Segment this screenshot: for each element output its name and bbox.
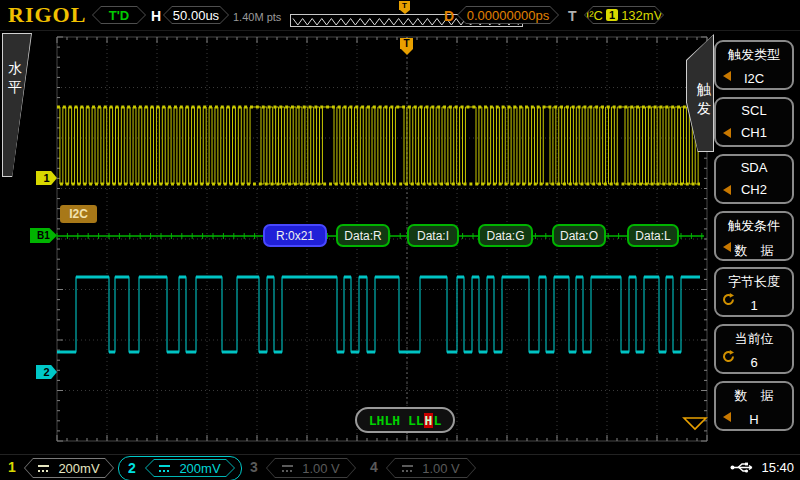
decode-event-data: Data:G (478, 224, 533, 247)
ch2-badge-selected[interactable]: 2 200mV (118, 456, 242, 480)
usb-icon (730, 461, 756, 474)
trigger-status-badge: T'D (92, 6, 146, 24)
left-triangle-icon (723, 128, 731, 138)
timebase-badge: 50.00us (163, 6, 229, 24)
menu-item-current-bit[interactable]: 当前位 6 (714, 324, 794, 374)
menu-label: 当前位 (716, 330, 792, 348)
trigger-type-text: I²C (586, 8, 603, 23)
ch2-number: 2 (128, 460, 136, 476)
ch3-number[interactable]: 3 (250, 459, 258, 475)
ch4-number[interactable]: 4 (370, 459, 378, 475)
top-bar: RIGOL T'D H 50.00us 1.40M pts T D 0.0000… (0, 0, 800, 31)
menu-item-byte-length[interactable]: 字节长度 1 (714, 267, 794, 317)
pattern-before: LHLH LL (369, 413, 424, 428)
rotate-knob-icon (721, 349, 736, 364)
menu-label: SDA (716, 160, 792, 175)
pattern-after: L (433, 413, 441, 428)
trigger-source-badge: 1 (606, 9, 618, 21)
pattern-current-bit: H (424, 413, 434, 428)
menu-item-sda[interactable]: SDA CH2 (714, 154, 794, 204)
trigger-data-pattern: LHLH LLHL (355, 407, 455, 433)
trigger-level-arrow-icon (684, 418, 706, 429)
ch1-trace (57, 107, 700, 184)
decode-protocol-tag[interactable]: I2C (60, 205, 97, 223)
decode-event-data: Data:R (336, 224, 390, 247)
delay-label: D (444, 8, 454, 24)
ch3-scale: 1.00 V (302, 461, 340, 476)
delay-value: 0.00000000ps (458, 7, 558, 23)
ch4-scale: 1.00 V (422, 461, 460, 476)
trigger-label: T (568, 8, 577, 24)
menu-item-data[interactable]: 数 据 H (714, 381, 794, 431)
tab-horizontal-label: 水平 (7, 59, 23, 97)
channel-status-bar: 1 200mV 2 200mV 3 1.00 V 4 1.00 V 15:40 (0, 454, 800, 480)
rigol-logo: RIGOL (8, 2, 86, 28)
trigger-info-badge: I²C 1 132mV (584, 6, 664, 24)
left-triangle-icon (723, 185, 731, 195)
ch2-scale: 200mV (179, 461, 220, 476)
horizontal-label: H (151, 8, 161, 24)
trigger-level-text: 132mV (621, 8, 662, 23)
decode-event-data: Data:O (552, 224, 606, 247)
dc-coupling-icon (282, 464, 293, 473)
ch1-number[interactable]: 1 (8, 459, 16, 475)
menu-item-trigger-type[interactable]: 触发类型 I2C (714, 40, 794, 90)
trigger-status-text: T'D (93, 7, 145, 23)
menu-label: 触发条件 (716, 217, 792, 235)
clock: 15:40 (761, 460, 794, 475)
trigger-position-flag-grid[interactable]: T (400, 38, 413, 55)
menu-item-scl[interactable]: SCL CH1 (714, 97, 794, 147)
trigger-position-flag-top[interactable]: T (399, 1, 410, 14)
menu-label: 触发类型 (716, 46, 792, 64)
ch3-badge[interactable]: 1.00 V (266, 458, 356, 478)
ch1-scale: 200mV (58, 461, 99, 476)
memory-depth: 1.40M pts (233, 11, 281, 23)
left-triangle-icon (723, 71, 731, 81)
decode-event-data: Data:L (627, 224, 679, 247)
menu-label: 字节长度 (716, 273, 792, 291)
rotate-knob-icon (721, 292, 736, 307)
dc-coupling-icon (402, 464, 413, 473)
ch2-badge: 200mV (145, 459, 235, 477)
tab-trigger-label: 触发 (696, 80, 712, 118)
delay-badge: 0.00000000ps (457, 6, 559, 24)
dc-coupling-icon (38, 464, 49, 473)
menu-label: 数 据 (716, 387, 792, 405)
ch4-badge[interactable]: 1.00 V (386, 458, 476, 478)
ch1-badge[interactable]: 200mV (24, 458, 114, 478)
menu-label: SCL (716, 103, 792, 118)
left-triangle-icon (723, 242, 731, 252)
menu-item-trigger-condition[interactable]: 触发条件 数 据 (714, 211, 794, 261)
dc-coupling-icon (159, 464, 170, 473)
timebase-value: 50.00us (164, 7, 228, 23)
ch2-trace (57, 277, 700, 352)
decode-event-address: R:0x21 (263, 224, 327, 247)
decode-event-data: Data:I (407, 224, 459, 247)
left-triangle-icon (723, 412, 731, 422)
